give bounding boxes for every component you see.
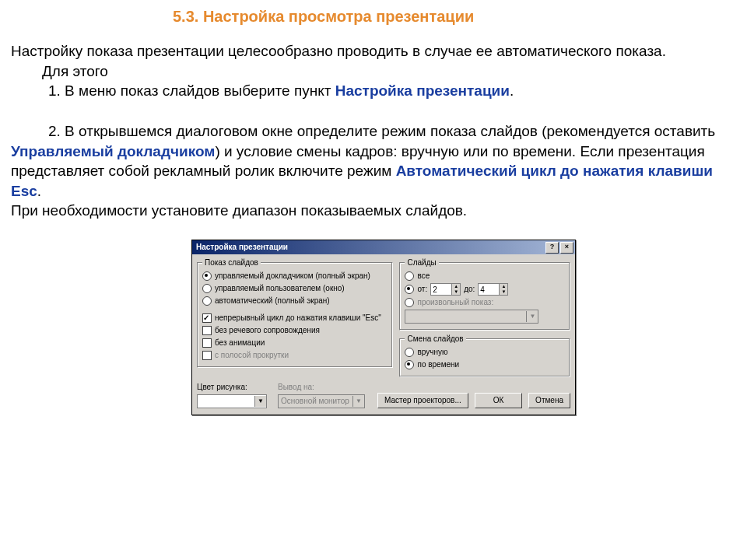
combo-pen-color[interactable]: ▼ bbox=[197, 394, 267, 408]
radio-all-slides[interactable] bbox=[405, 271, 414, 281]
step-1: 1. В меню показ слайдов выберите пункт Н… bbox=[11, 81, 736, 101]
radio-auto[interactable] bbox=[202, 296, 212, 306]
body-text: Настройку показа презентации целесообраз… bbox=[11, 41, 736, 221]
spin-from[interactable]: ▲▼ bbox=[430, 283, 461, 296]
check-no-animation[interactable] bbox=[202, 338, 212, 348]
group-slides-range: Слайды все от: ▲▼ до: ▲▼ произвольный по… bbox=[399, 262, 570, 331]
close-button[interactable]: × bbox=[560, 242, 573, 254]
label-output: Вывод на: bbox=[278, 382, 365, 393]
paragraph-intro: Настройку показа презентации целесообраз… bbox=[11, 41, 736, 61]
radio-custom-show bbox=[405, 298, 414, 307]
ok-button[interactable]: ОК bbox=[475, 393, 522, 408]
radio-range[interactable] bbox=[405, 285, 414, 294]
em-setup: Настройка презентации bbox=[335, 82, 510, 99]
section-heading: 5.3. Настройка просмотра презентации bbox=[11, 6, 736, 27]
cancel-button[interactable]: Отмена bbox=[528, 393, 570, 408]
radio-manual[interactable] bbox=[405, 348, 414, 357]
help-button[interactable]: ? bbox=[545, 242, 559, 254]
paragraph-lead: Для этого bbox=[11, 61, 736, 82]
check-scrollbar bbox=[202, 351, 212, 360]
projector-wizard-button[interactable]: Мастер проекторов... bbox=[377, 393, 468, 408]
combo-custom-show: ▼ bbox=[405, 310, 538, 324]
dialog-title: Настройка презентации bbox=[196, 242, 288, 253]
setup-dialog: Настройка презентации ? × Показ слайдов … bbox=[191, 240, 576, 415]
combo-output: Основной монитор▼ bbox=[278, 394, 365, 408]
dialog-titlebar[interactable]: Настройка презентации ? × bbox=[192, 240, 575, 254]
check-no-narration[interactable] bbox=[202, 326, 212, 335]
label-pen-color: Цвет рисунка: bbox=[197, 382, 267, 393]
group-show-type: Показ слайдов управляемый докладчиком (п… bbox=[197, 262, 393, 368]
radio-timings[interactable] bbox=[405, 360, 414, 369]
radio-user[interactable] bbox=[202, 284, 212, 293]
paragraph-range: При необходимости установите диапазон по… bbox=[11, 201, 736, 221]
spin-to[interactable]: ▲▼ bbox=[478, 283, 508, 296]
em-presenter: Управляемый докладчиком bbox=[11, 143, 215, 159]
step-2: 2. В открывшемся диалоговом окне определ… bbox=[11, 121, 736, 201]
check-loop[interactable] bbox=[202, 313, 212, 323]
group-advance: Смена слайдов вручную по времени bbox=[399, 338, 570, 377]
radio-presenter[interactable] bbox=[202, 271, 212, 281]
